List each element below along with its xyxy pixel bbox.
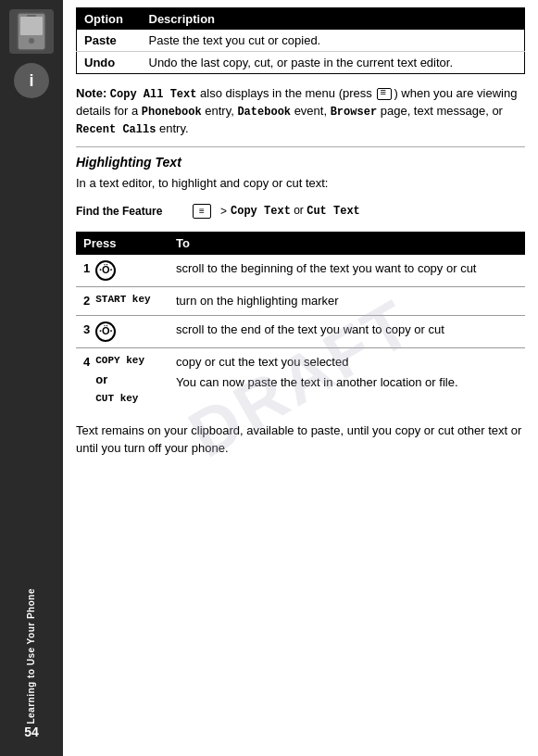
info-icon: i bbox=[14, 63, 49, 98]
feature-row: Find the Feature ≡ > Copy Text or Cut Te… bbox=[76, 200, 525, 222]
bottom-note: Text remains on your clipboard, availabl… bbox=[76, 422, 525, 458]
copy-key: COPY key bbox=[95, 354, 144, 368]
top-table: Option Description Paste Paste the text … bbox=[76, 7, 525, 74]
desc-paste: Paste the text you cut or copied. bbox=[142, 30, 525, 52]
option-undo: Undo bbox=[77, 52, 142, 74]
nav-icon-3: ·Ö· bbox=[95, 321, 116, 342]
cut-text-label: Cut Text bbox=[307, 205, 360, 218]
step-num-4: 4 bbox=[83, 354, 90, 371]
feature-copy-text: Copy Text or Cut Text bbox=[231, 204, 360, 218]
table-row: Paste Paste the text you cut or copied. bbox=[77, 30, 525, 52]
menu-icon bbox=[377, 88, 392, 100]
browser-label: Browser bbox=[331, 106, 377, 119]
step-4-desc-copy: copy or cut the text you selected bbox=[176, 354, 518, 371]
svg-point-2 bbox=[29, 38, 34, 44]
instructions-table: Press To 1 ·Ö· scroll to the beginning o… bbox=[76, 232, 525, 412]
step-4-desc-cut: You can now paste the text in another lo… bbox=[176, 374, 518, 391]
col-press: Press bbox=[76, 232, 169, 255]
sidebar-label: Learning to Use Your Phone bbox=[26, 588, 36, 724]
col-to: To bbox=[169, 232, 525, 255]
note-copy-all-text: Copy All Text bbox=[110, 88, 197, 101]
col-header-description: Description bbox=[142, 8, 525, 31]
step-num-2: 2 bbox=[83, 293, 90, 309]
step-1-desc: scroll to the beginning of the text you … bbox=[169, 255, 525, 287]
feature-menu-icon: ≡ bbox=[193, 204, 211, 219]
step-4-key: 4 COPY key or CUT key bbox=[76, 347, 169, 411]
or-text: or bbox=[294, 204, 307, 217]
note-text-4: event, bbox=[291, 104, 331, 118]
note-label: Note: bbox=[76, 86, 110, 100]
recent-calls-label: Recent Calls bbox=[76, 123, 156, 136]
sidebar-bottom: Learning to Use Your Phone 54 bbox=[24, 588, 39, 747]
phone-icon bbox=[9, 9, 54, 54]
page-number: 54 bbox=[24, 724, 39, 739]
note-text-5: page, text message, or bbox=[377, 104, 503, 118]
divider bbox=[76, 146, 525, 147]
step-3-desc: scroll to the end of the text you want t… bbox=[169, 315, 525, 347]
table-row: 3 ·Ö· scroll to the end of the text you … bbox=[76, 315, 525, 347]
main-content: DRAFT Option Description Paste Paste the… bbox=[63, 0, 538, 756]
cut-key: CUT key bbox=[95, 392, 144, 406]
table-row: 2 START key turn on the highlighting mar… bbox=[76, 286, 525, 315]
note-text-6: entry. bbox=[156, 121, 188, 135]
feature-arrow: > bbox=[220, 205, 227, 218]
step-3-inner: 3 ·Ö· bbox=[83, 321, 161, 342]
phonebook-label: Phonebook bbox=[142, 106, 202, 119]
copy-cut-keys: COPY key or CUT key bbox=[95, 354, 144, 407]
table-row: Undo Undo the last copy, cut, or paste i… bbox=[77, 52, 525, 74]
option-paste: Paste bbox=[77, 30, 142, 52]
col-header-option: Option bbox=[77, 8, 142, 31]
start-key: START key bbox=[95, 293, 150, 307]
section-intro: In a text editor, to highlight and copy … bbox=[76, 175, 525, 192]
desc-undo: Undo the last copy, cut, or paste in the… bbox=[142, 52, 525, 74]
table-row: 4 COPY key or CUT key copy or cut the te… bbox=[76, 347, 525, 411]
section-heading: Highlighting Text bbox=[76, 155, 525, 170]
sidebar: i Learning to Use Your Phone 54 bbox=[0, 0, 63, 756]
note-section: Note: Copy All Text also displays in the… bbox=[76, 85, 525, 137]
svg-rect-3 bbox=[27, 15, 36, 17]
step-4-desc: copy or cut the text you selected You ca… bbox=[169, 347, 525, 411]
table-row: 1 ·Ö· scroll to the beginning of the tex… bbox=[76, 255, 525, 287]
nav-icon-1: ·Ö· bbox=[95, 260, 116, 281]
copy-text-label: Copy Text bbox=[231, 205, 291, 218]
step-4-inner: 4 COPY key or CUT key bbox=[83, 354, 161, 407]
step-2-key: 2 START key bbox=[76, 286, 169, 315]
datebook-label: Datebook bbox=[237, 106, 291, 119]
sidebar-top: i bbox=[9, 9, 54, 98]
step-1-key: 1 ·Ö· bbox=[76, 255, 169, 287]
step-num-3: 3 bbox=[83, 321, 90, 338]
step-num-1: 1 bbox=[83, 260, 90, 277]
step-2-inner: 2 START key bbox=[83, 293, 161, 309]
note-text-1: also displays in the menu (press bbox=[196, 86, 375, 100]
step-2-desc: turn on the highlighting marker bbox=[169, 286, 525, 315]
svg-rect-1 bbox=[20, 17, 43, 35]
step-3-key: 3 ·Ö· bbox=[76, 315, 169, 347]
feature-find-label: Find the Feature bbox=[76, 205, 187, 218]
or-label: or bbox=[95, 372, 144, 388]
step-1-inner: 1 ·Ö· bbox=[83, 260, 161, 281]
note-text-3: entry, bbox=[202, 104, 238, 118]
